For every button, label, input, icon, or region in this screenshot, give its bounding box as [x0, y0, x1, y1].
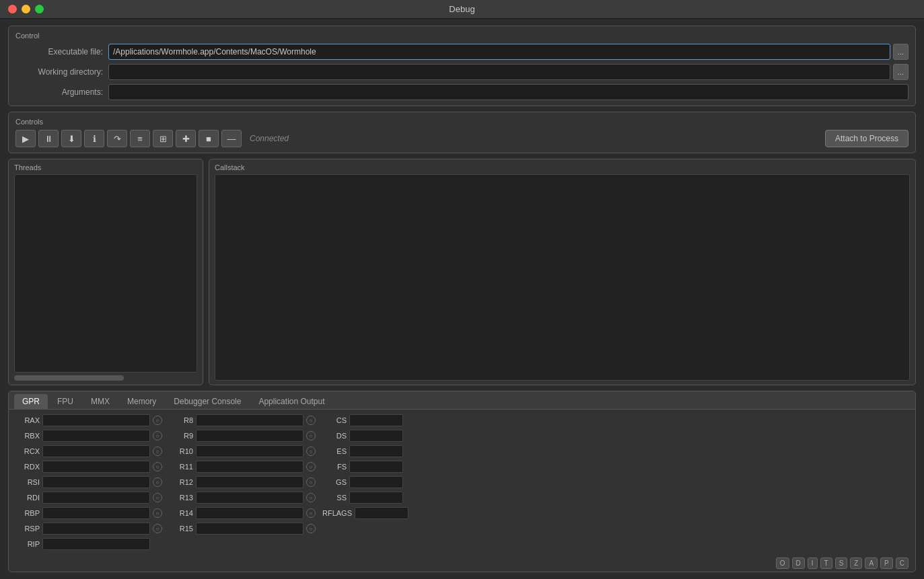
reg-column-left: RAX ○ RBX ○ RCX ○ RDX ○: [15, 414, 162, 551]
reg-circle-rbx[interactable]: ○: [153, 431, 162, 440]
close-button[interactable]: [8, 5, 17, 13]
flag-p[interactable]: P: [880, 557, 893, 569]
reg-input-rax[interactable]: [42, 414, 150, 426]
disconnect-button[interactable]: —: [221, 130, 242, 147]
reg-input-r15[interactable]: [196, 523, 304, 535]
working-dir-input[interactable]: [108, 64, 890, 80]
play-button[interactable]: ▶: [15, 130, 36, 147]
callstack-panel: Callstack: [209, 159, 916, 385]
threads-callstack-row: Threads Callstack: [8, 159, 916, 385]
arguments-input[interactable]: [108, 84, 909, 100]
control-label: Control: [15, 32, 909, 40]
reg-label-rflags: RFLAGS: [322, 509, 352, 517]
reg-row-r11: R11 ○: [169, 460, 316, 473]
pause-button[interactable]: ⏸: [38, 130, 59, 147]
reg-circle-rdx[interactable]: ○: [153, 462, 162, 471]
reg-label-fs: FS: [322, 463, 347, 471]
reg-input-ss[interactable]: [349, 492, 403, 504]
executable-browse-button[interactable]: ...: [893, 44, 909, 60]
maximize-button[interactable]: [35, 5, 44, 13]
reg-input-r8[interactable]: [196, 414, 304, 426]
tab-mmx[interactable]: MMX: [83, 394, 118, 409]
threads-content: [14, 174, 197, 373]
flag-i[interactable]: I: [808, 557, 818, 569]
tab-gpr[interactable]: GPR: [14, 394, 48, 409]
reg-input-rbp[interactable]: [42, 507, 150, 519]
reg-input-rdi[interactable]: [42, 492, 150, 504]
flag-c[interactable]: C: [896, 557, 909, 569]
flag-a[interactable]: A: [865, 557, 878, 569]
step-over-button[interactable]: ↷: [107, 130, 127, 147]
reg-input-r12[interactable]: [196, 476, 304, 488]
flag-d[interactable]: D: [792, 557, 805, 569]
reg-input-rsp[interactable]: [42, 523, 150, 535]
working-dir-row: Working directory: ...: [15, 64, 909, 80]
executable-input[interactable]: [108, 44, 890, 60]
reg-input-r14[interactable]: [196, 507, 304, 519]
reg-input-r9[interactable]: [196, 430, 304, 442]
reg-circle-rax[interactable]: ○: [153, 416, 162, 425]
flag-z[interactable]: Z: [850, 557, 862, 569]
control-section: Control Executable file: ... Working dir…: [8, 26, 916, 106]
threads-scrollbar[interactable]: [14, 375, 124, 381]
working-dir-browse-button[interactable]: ...: [893, 64, 909, 80]
reg-row-r12: R12 ○: [169, 475, 316, 489]
tab-debugger-console[interactable]: Debugger Console: [166, 394, 249, 409]
callstack-content: [215, 174, 910, 381]
reg-circle-r14[interactable]: ○: [306, 508, 316, 518]
reg-input-fs[interactable]: [349, 461, 403, 473]
reg-circle-r9[interactable]: ○: [306, 431, 316, 440]
tab-fpu[interactable]: FPU: [49, 394, 81, 409]
reg-label-gs: GS: [322, 478, 347, 486]
reg-circle-rbp[interactable]: ○: [153, 508, 162, 518]
reg-input-rip[interactable]: [42, 538, 150, 550]
reg-column-middle: R8 ○ R9 ○ R10 ○ R11 ○: [169, 414, 316, 551]
reg-input-r13[interactable]: [196, 492, 304, 504]
list-button[interactable]: ≡: [130, 130, 150, 147]
reg-input-rcx[interactable]: [42, 445, 150, 457]
tab-memory[interactable]: Memory: [119, 394, 164, 409]
reg-circle-rsp[interactable]: ○: [153, 524, 162, 533]
attach-to-process-button[interactable]: Attach to Process: [825, 130, 909, 147]
reg-circle-rcx[interactable]: ○: [153, 447, 162, 456]
reg-input-rflags[interactable]: [355, 507, 408, 519]
reg-input-rdx[interactable]: [42, 461, 150, 473]
flag-t[interactable]: T: [820, 557, 832, 569]
reg-input-r10[interactable]: [196, 445, 304, 457]
threads-title: Threads: [14, 163, 197, 171]
reg-circle-rdi[interactable]: ○: [153, 493, 162, 502]
reg-row-rip: RIP: [15, 537, 162, 551]
reg-circle-r11[interactable]: ○: [306, 462, 316, 471]
breakpoint-button[interactable]: ✚: [176, 130, 196, 147]
window-controls: [8, 5, 44, 13]
reg-input-cs[interactable]: [349, 414, 403, 426]
stop-button[interactable]: ■: [199, 130, 219, 147]
reg-label-r10: R10: [169, 447, 193, 455]
reg-label-r13: R13: [169, 494, 193, 502]
info-button[interactable]: ℹ: [84, 130, 104, 147]
reg-circle-rsi[interactable]: ○: [153, 477, 162, 487]
reg-input-ds[interactable]: [349, 430, 403, 442]
flag-s[interactable]: S: [835, 557, 848, 569]
reg-input-rsi[interactable]: [42, 476, 150, 488]
tab-application-output[interactable]: Application Output: [250, 394, 332, 409]
reg-row-r13: R13 ○: [169, 491, 316, 504]
reg-label-r8: R8: [169, 416, 193, 424]
reg-circle-r15[interactable]: ○: [306, 524, 316, 533]
flag-o[interactable]: O: [776, 557, 789, 569]
reg-label-r11: R11: [169, 463, 193, 471]
reg-circle-r12[interactable]: ○: [306, 477, 316, 487]
reg-label-rsp: RSP: [15, 525, 40, 533]
reg-input-r11[interactable]: [196, 461, 304, 473]
reg-circle-r10[interactable]: ○: [306, 447, 316, 456]
step-into-button[interactable]: ⬇: [61, 130, 81, 147]
reg-input-es[interactable]: [349, 445, 403, 457]
minimize-button[interactable]: [22, 5, 30, 13]
grid-button[interactable]: ⊞: [153, 130, 173, 147]
reg-circle-r13[interactable]: ○: [306, 493, 316, 502]
reg-circle-r8[interactable]: ○: [306, 416, 316, 425]
reg-input-gs[interactable]: [349, 476, 403, 488]
reg-input-rbx[interactable]: [42, 430, 150, 442]
reg-label-ds: DS: [322, 432, 347, 440]
reg-row-r9: R9 ○: [169, 429, 316, 442]
